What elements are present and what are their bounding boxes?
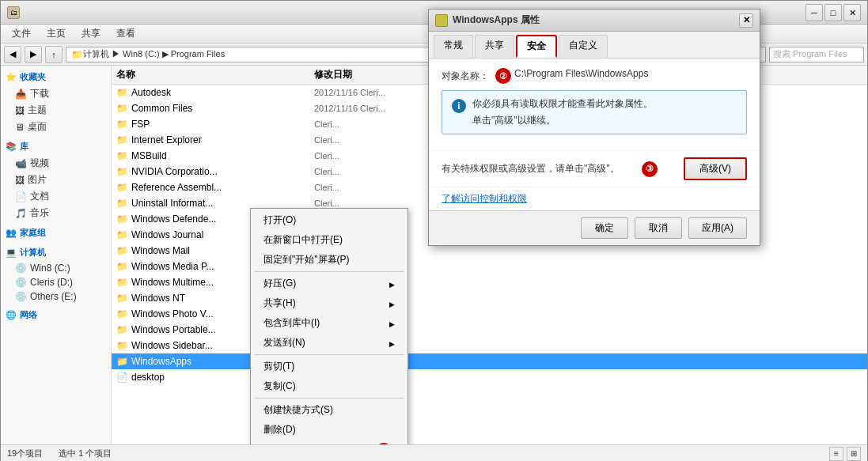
info-text-2: 单击"高级"以继续。: [472, 114, 653, 127]
dialog-content: 对象名称： ② C:\Program Files\WindowsApps i 你…: [429, 59, 760, 150]
table-row[interactable]: 📁Windows NTCleri...: [112, 290, 867, 306]
col-name-header[interactable]: 名称: [112, 67, 309, 82]
sidebar: ⭐ 收藏夹 📥 下载 🖼 主题 🖥 桌面 📚 库 📹: [1, 66, 112, 444]
dialog-close-button[interactable]: ✕: [739, 13, 753, 28]
apply-button[interactable]: 应用(A): [688, 217, 747, 239]
folder-icon: 📁: [116, 340, 128, 351]
sidebar-item-win8c[interactable]: 💿 Win8 (C:): [1, 261, 111, 275]
table-row[interactable]: 📁Windows Media P...Cleri...: [112, 259, 867, 274]
up-button[interactable]: ↑: [45, 46, 63, 63]
maximize-button[interactable]: □: [824, 4, 842, 21]
sidebar-item-clerisd[interactable]: 💿 Cleris (D:): [1, 275, 111, 289]
object-label: 对象名称：: [442, 68, 489, 83]
menu-item-include-library[interactable]: 包含到库中(I): [251, 313, 407, 333]
table-row-windowsapps[interactable]: 📁WindowsApps2012/11/16 Cleri...: [112, 353, 867, 369]
forward-button[interactable]: ▶: [25, 46, 42, 63]
folder-icon: 📁: [116, 213, 128, 225]
menu-item-cut[interactable]: 剪切(T): [251, 357, 407, 376]
info-icon: i: [452, 99, 466, 113]
sidebar-section-network[interactable]: 🌐 网络: [1, 307, 111, 323]
ribbon-tab-file[interactable]: 文件: [4, 25, 39, 43]
sidebar-item-pictures[interactable]: 🖼 图片: [1, 172, 111, 188]
view-grid-icon[interactable]: ⊞: [847, 447, 861, 461]
advanced-button[interactable]: 高级(V): [684, 157, 747, 180]
documents-icon: 📄: [15, 191, 27, 202]
table-row[interactable]: 📁Windows Sidebar...Cleri...: [112, 338, 867, 353]
folder-icon: 📁: [116, 261, 128, 272]
menu-item-create-shortcut[interactable]: 创建快捷方式(S): [251, 400, 407, 420]
status-total: 19个项目: [7, 448, 43, 459]
title-bar-controls: ─ □ ✕: [805, 4, 861, 21]
path-text: 计算机 ▶ Win8 (C:) ▶ Program Files: [83, 48, 225, 60]
back-button[interactable]: ◀: [4, 46, 21, 63]
menu-item-share[interactable]: 共享(H): [251, 293, 407, 313]
dialog-tab-general[interactable]: 常规: [434, 35, 473, 58]
folder-icon: 📁: [116, 229, 128, 240]
access-control-link[interactable]: 了解访问控制和权限: [442, 193, 527, 204]
folder-icon: 📁: [116, 356, 128, 367]
folder-icon: 📁: [116, 166, 128, 177]
badge-3: ③: [642, 161, 658, 177]
menu-item-open[interactable]: 打开(O): [251, 210, 407, 230]
sidebar-section-favorites[interactable]: ⭐ 收藏夹: [1, 69, 111, 85]
folder-icon: 📁: [116, 277, 128, 288]
sidebar-section-library[interactable]: 📚 库: [1, 138, 111, 155]
table-row[interactable]: 📁Windows Photo V...Cleri...: [112, 306, 867, 322]
dialog-footer: 确定 取消 应用(A): [429, 210, 760, 245]
sidebar-section-homegroup[interactable]: 👥 家庭组: [1, 225, 111, 241]
menu-separator: [254, 354, 404, 355]
folder-icon: 📁: [116, 308, 128, 319]
themes-icon: 🖼: [15, 105, 25, 116]
ok-button[interactable]: 确定: [581, 217, 628, 239]
menu-item-copy[interactable]: 复制(C): [251, 376, 407, 396]
dialog-title-bar: WindowsApps 属性 ✕: [429, 9, 760, 32]
menu-item-pin[interactable]: 固定到"开始"屏幕(P): [251, 250, 407, 270]
network-icon: 🌐: [6, 310, 17, 320]
folder-icon: 📁: [116, 134, 128, 145]
ribbon-tab-home[interactable]: 主页: [39, 25, 74, 43]
dialog-tab-share[interactable]: 共享: [475, 35, 514, 58]
sidebar-item-otherse[interactable]: 💿 Others (E:): [1, 289, 111, 304]
folder-icon: 📁: [116, 150, 128, 161]
folder-icon: 📁: [116, 103, 128, 114]
table-row[interactable]: 📁Windows Multime...Cleri...: [112, 274, 867, 290]
window-icon: 🗂: [7, 6, 20, 19]
info-text-block: 你必须具有读取权限才能查看此对象属性。 单击"高级"以继续。: [472, 97, 653, 127]
downloads-icon: 📥: [15, 89, 27, 100]
status-selected: 选中 1 个项目: [59, 448, 112, 459]
menu-item-open-new[interactable]: 在新窗口中打开(E): [251, 230, 407, 250]
menu-item-delete[interactable]: 删除(D): [251, 420, 407, 440]
submenu-arrow: [389, 278, 395, 289]
menu-item-rename[interactable]: 重命名(M) ①: [251, 440, 407, 444]
dialog-title-text: WindowsApps 属性: [453, 13, 739, 27]
pictures-icon: 🖼: [15, 175, 25, 186]
search-box[interactable]: 搜索 Program Files: [769, 47, 864, 62]
sidebar-section-computer[interactable]: 💻 计算机: [1, 244, 111, 261]
view-list-icon[interactable]: ≡: [829, 447, 843, 461]
sidebar-item-video[interactable]: 📹 视频: [1, 155, 111, 172]
table-row[interactable]: 📄desktop2012/07/26 Cleri...: [112, 369, 867, 385]
sidebar-item-desktop[interactable]: 🖥 桌面: [1, 119, 111, 135]
dialog-tab-security[interactable]: 安全: [516, 35, 557, 58]
properties-dialog: WindowsApps 属性 ✕ 常规 共享 安全 自定义 对象名称： ② C:…: [428, 9, 760, 246]
menu-item-haozip[interactable]: 好压(G): [251, 274, 407, 293]
sidebar-item-music[interactable]: 🎵 音乐: [1, 205, 111, 221]
cancel-button[interactable]: 取消: [635, 217, 682, 239]
ribbon-tab-view[interactable]: 查看: [108, 25, 143, 43]
link-section: 了解访问控制和权限: [429, 187, 760, 210]
dialog-object-row: 对象名称： ② C:\Program Files\WindowsApps: [442, 68, 747, 84]
sidebar-item-themes[interactable]: 🖼 主题: [1, 102, 111, 119]
minimize-button[interactable]: ─: [805, 4, 823, 21]
sidebar-item-downloads[interactable]: 📥 下载: [1, 85, 111, 102]
computer-icon: 💻: [6, 248, 17, 258]
table-row[interactable]: 📁Windows Portable...Cleri...: [112, 322, 867, 338]
close-button[interactable]: ✕: [843, 4, 861, 21]
status-bar: 19个项目 选中 1 个项目 ≡ ⊞: [1, 444, 867, 461]
sidebar-item-documents[interactable]: 📄 文档: [1, 188, 111, 205]
dialog-tab-custom[interactable]: 自定义: [559, 35, 608, 58]
path-icon: 📁: [71, 49, 83, 60]
folder-icon: 📁: [116, 87, 128, 98]
menu-separator: [254, 271, 404, 272]
ribbon-tab-share[interactable]: 共享: [74, 25, 108, 43]
menu-item-send-to[interactable]: 发送到(N): [251, 333, 407, 353]
